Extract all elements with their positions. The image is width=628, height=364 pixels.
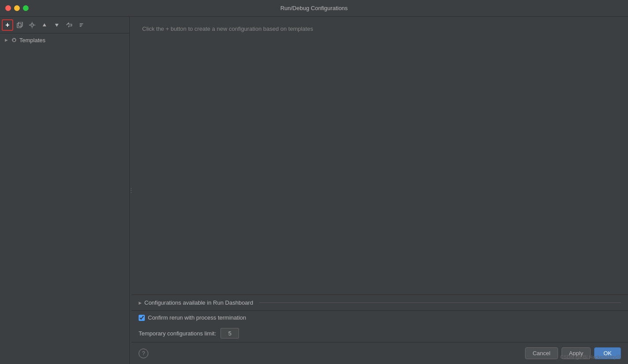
move-up-button[interactable] [39,19,50,31]
run-dashboard-collapsible[interactable]: ▶ Configurations available in Run Dashbo… [132,295,628,311]
run-debug-dialog: Run/Debug Configurations + [0,0,628,364]
collapse-arrow-icon: ▶ [139,301,142,305]
confirm-rerun-row: Confirm rerun with process termination [132,311,628,324]
temp-limit-row: Temporary configurations limit: [132,324,628,342]
panel-resizer[interactable] [130,17,132,364]
collapsible-divider [259,302,621,303]
tree-area: ▶ Templates [0,33,129,364]
hint-text: Click the + button to create a new confi… [142,25,313,32]
left-panel: + [0,17,130,364]
confirm-rerun-text: Confirm rerun with process termination [148,314,246,321]
right-panel: Click the + button to create a new confi… [132,17,628,364]
svg-marker-8 [55,24,59,27]
main-content-area: Click the + button to create a new confi… [132,17,628,295]
add-button[interactable]: + [2,19,13,31]
move-down-button[interactable] [51,19,62,31]
traffic-lights [5,5,29,11]
svg-rect-1 [17,23,21,28]
minimize-button[interactable] [14,5,20,11]
cancel-button[interactable]: Cancel [525,347,558,359]
footer-left: ? [139,349,521,358]
bottom-section: ▶ Configurations available in Run Dashbo… [132,295,628,342]
help-button[interactable]: ? [139,349,148,358]
watermark: CSDN @FBI HackerHarry注 [560,354,621,360]
copy-button[interactable] [14,19,26,31]
run-dashboard-label: Configurations available in Run Dashboar… [144,299,253,306]
templates-arrow-icon: ▶ [4,37,9,43]
sort-button[interactable] [76,19,87,31]
edit-defaults-button[interactable] [26,19,38,31]
templates-tree-item[interactable]: ▶ Templates [0,35,129,45]
svg-point-2 [31,24,33,26]
confirm-rerun-label[interactable]: Confirm rerun with process termination [139,314,246,321]
help-icon: ? [142,350,145,357]
temp-limit-input[interactable] [220,328,239,339]
svg-marker-7 [43,23,46,26]
temp-limit-label: Temporary configurations limit: [139,330,216,337]
confirm-rerun-checkbox[interactable] [139,315,145,321]
dialog-title: Run/Debug Configurations [280,5,348,11]
dialog-body: + [0,17,628,364]
templates-icon [11,36,18,44]
toolbar: + [0,17,129,33]
title-bar: Run/Debug Configurations [0,0,628,17]
svg-rect-0 [18,22,22,26]
footer: ? Cancel Apply OK [132,342,628,364]
templates-label: Templates [19,37,45,44]
run-target-button[interactable] [63,19,75,31]
maximize-button[interactable] [23,5,29,11]
close-button[interactable] [5,5,11,11]
